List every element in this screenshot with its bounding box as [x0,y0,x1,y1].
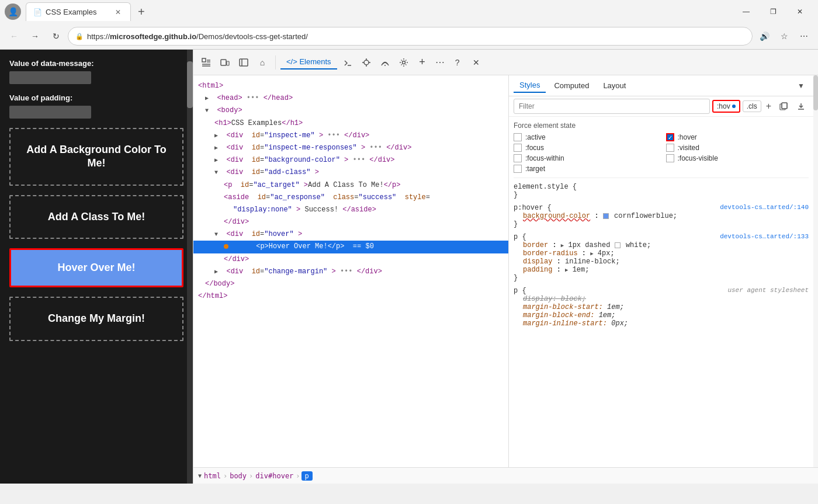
tab-icon: 📄 [33,8,42,16]
device-toggle-button[interactable] [217,54,233,71]
state-checkbox-visited[interactable] [666,144,674,152]
state-visited: :visited [666,144,809,152]
css-prop-background-color: background-color : cornflowerblue; [514,212,809,220]
new-tab-button[interactable]: + [133,3,150,21]
html-line-inspect-me-resp[interactable]: ▶ <div id="inspect-me-responses" > ••• <… [193,142,508,154]
styles-scrollbar[interactable] [813,75,818,467]
forward-button[interactable]: → [26,27,44,46]
read-aloud-button[interactable]: 🔊 [755,27,774,46]
css-selector-p: p { [514,233,526,241]
html-line-html-close[interactable]: </html> [193,290,508,303]
more-options-button[interactable]: ⋯ [433,54,447,70]
avatar: 👤 [5,4,21,20]
state-label-hover: :hover [678,133,697,141]
css-prop-border-radius: border-radius : ▶ 4px; [514,249,809,258]
state-checkbox-target[interactable] [514,165,522,173]
styles-tab-styles[interactable]: Styles [514,78,546,93]
css-file-link-p[interactable]: devtools-cs…tarted/:133 [720,233,809,240]
html-line-html[interactable]: <html> [193,80,508,92]
url-text: https://microsoftedge.github.io/Demos/de… [87,32,745,41]
add-style-rule-button[interactable]: + [764,101,774,112]
elements-panel[interactable]: <html> ▶ <head> ••• </head> ▼ <body> <h1… [193,75,509,467]
inspect-element-button[interactable] [198,54,214,71]
styles-scrollbar-thumb [813,75,818,110]
bugs-button[interactable] [358,54,375,71]
state-label-visited: :visited [678,144,699,152]
css-rule-element-style: element.style { } [514,183,809,199]
color-swatch-white [615,242,621,248]
force-state-section: Force element state :active :hover [514,121,809,178]
home-button[interactable]: ⌂ [254,54,271,71]
minimize-button[interactable]: — [733,2,760,21]
styles-export-button[interactable] [793,99,809,114]
breadcrumb-body[interactable]: body [228,472,248,480]
html-line-close-hover-div[interactable]: </div> [193,253,508,266]
styles-tab-layout[interactable]: Layout [597,79,632,92]
css-file-link-p-hover[interactable]: devtools-cs…tarted/:140 [720,204,809,211]
breadcrumb-left-arrow[interactable]: ▼ [198,472,202,479]
html-line-inspect-me[interactable]: ▶ <div id="inspect-me" > ••• </div> [193,130,508,142]
cls-button[interactable]: .cls [743,100,761,112]
css-selector-p-hover: p:hover { [514,204,552,212]
html-line-p-ac-target[interactable]: <p id="ac_target" >Add A Class To Me!</p… [193,179,508,192]
html-line-aside-cont[interactable]: "display:none" > Success! </aside> [193,204,508,216]
html-line-add-class[interactable]: ▼ <div id="add-class" > [193,166,508,179]
browser-tab[interactable]: 📄 CSS Examples ✕ [26,2,131,21]
close-devtools-button[interactable]: ✕ [468,54,484,71]
close-button[interactable]: ✕ [786,2,813,21]
state-checkbox-hover[interactable] [666,133,674,141]
hover-box[interactable]: Hover Over Me! [9,248,183,287]
state-checkbox-focus-within[interactable] [514,154,522,162]
styles-tabs-bar: Styles Computed Layout ▼ [509,75,813,96]
svg-rect-6 [227,61,229,65]
styles-tab-actions: ▼ [793,78,809,93]
hov-dot [732,105,736,108]
state-checkbox-active[interactable] [514,133,522,141]
html-line-body-close[interactable]: </body> [193,278,508,290]
more-button[interactable]: ⋯ [795,27,813,46]
background-color-text: Add A Background Color To Me! [26,144,166,169]
html-line-aside[interactable]: <aside id="ac_response" class="success" … [193,192,508,204]
breadcrumb-html[interactable]: html [203,472,222,480]
styles-filter-input[interactable] [514,99,710,114]
force-state-hov-button[interactable]: :hov [712,100,740,113]
styles-copy-button[interactable] [776,99,791,114]
html-line-hover-div[interactable]: ▼ <div id="hover" > [193,228,508,241]
styles-tab-computed[interactable]: Computed [548,79,595,92]
padding-label: Value of padding: [9,93,183,102]
state-checkbox-focus-visible[interactable] [666,154,674,162]
add-panel-button[interactable]: + [414,54,431,71]
url-bar[interactable]: 🔒 https://microsoftedge.github.io/Demos/… [68,27,753,46]
html-line-close-add-class[interactable]: </div> [193,216,508,228]
html-line-p-hover[interactable]: <p>Hover Over Me!</p> == $0 [193,241,508,253]
padding-input[interactable] [9,106,91,119]
tab-elements[interactable]: </> Elements [280,55,337,69]
console-icon-button[interactable] [339,54,356,71]
html-line-h1[interactable]: <h1>CSS Examples</h1> [193,117,508,130]
help-button[interactable]: ? [449,54,466,71]
settings-button[interactable] [396,54,412,71]
change-margin-text: Change My Margin! [48,312,145,324]
tab-close-button[interactable]: ✕ [113,7,123,18]
styles-chevron-button[interactable]: ▼ [793,78,809,93]
state-checkbox-focus[interactable] [514,144,522,152]
html-line-background-color[interactable]: ▶ <div id="background-color" > ••• </div… [193,154,508,166]
styles-body[interactable]: Force element state :active :hover [509,117,813,467]
window-controls: — ❐ ✕ [733,2,813,21]
breadcrumb-div-hover[interactable]: div#hover [254,472,294,480]
html-line-change-margin[interactable]: ▶ <div id="change-margin" > ••• </div> [193,266,508,278]
html-line-body-open[interactable]: ▼ <body> [193,105,508,117]
favorites-button[interactable]: ☆ [775,27,793,46]
svg-rect-5 [221,60,226,65]
breadcrumb-p-selected[interactable]: p [301,471,313,481]
sidebar-button[interactable] [235,54,252,71]
state-grid: :active :hover :focus [514,133,809,173]
url-path: /Demos/devtools-css-get-started/ [196,32,308,41]
html-line-head[interactable]: ▶ <head> ••• </head> [193,92,508,105]
reload-button[interactable]: ↻ [47,27,65,46]
back-button[interactable]: ← [5,27,23,46]
data-message-input[interactable] [9,71,91,84]
network-icon-button[interactable] [377,54,393,71]
restore-button[interactable]: ❐ [760,2,786,21]
webpage-scrollbar[interactable] [187,50,193,484]
